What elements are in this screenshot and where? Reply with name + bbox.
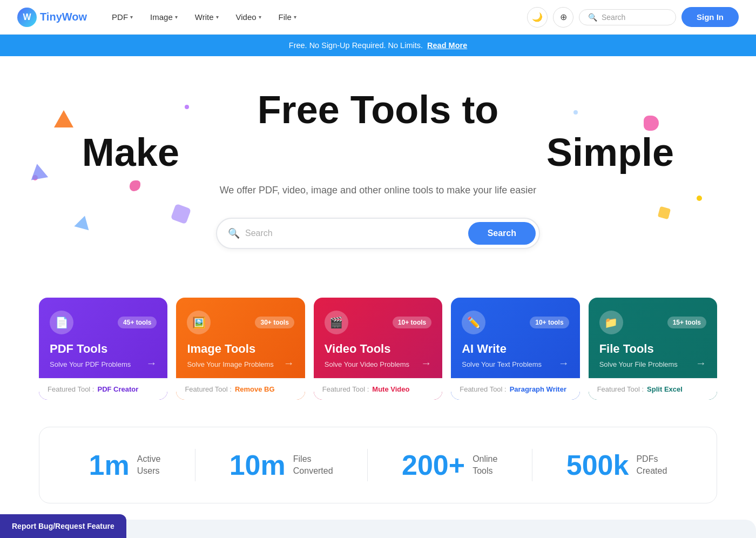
image-card-top: 🖼️ 30+ tools <box>187 311 294 334</box>
report-bug-button[interactable]: Report Bug/Request Feature <box>0 514 126 538</box>
ai-badge: 10+ tools <box>530 317 569 328</box>
pdf-icon: 📄 <box>50 311 73 334</box>
nav-actions: 🌙 ⊕ 🔍 Search Sign In <box>527 7 739 28</box>
video-card[interactable]: 🎬 10+ tools Video Tools Solve Your Video… <box>314 298 442 400</box>
ai-card[interactable]: ✏️ 10+ tools AI Write Solve Your Text Pr… <box>451 298 579 400</box>
hero-section: Free Tools to Make Simple We offer PDF, … <box>0 56 756 298</box>
stat-pdfs-label: PDFsCreated <box>636 453 667 478</box>
image-subtitle: Solve Your Image Problems <box>187 360 294 368</box>
pdf-subtitle: Solve Your PDF Problems <box>50 360 157 368</box>
ai-featured-label: Featured Tool : <box>460 385 506 393</box>
logo-icon: W <box>17 8 37 27</box>
video-featured-label: Featured Tool : <box>322 385 369 393</box>
image-badge: 30+ tools <box>255 317 294 328</box>
stat-divider-1 <box>195 449 195 481</box>
pdf-badge: 45+ tools <box>118 317 157 328</box>
video-arrow: → <box>421 357 431 369</box>
video-subtitle: Solve Your Video Problems <box>325 360 431 368</box>
ai-icon: ✏️ <box>462 311 485 334</box>
navbar: W TinyWow PDF▾ Image▾ Write▾ Video▾ File… <box>0 0 756 35</box>
video-featured-tool[interactable]: Mute Video <box>372 385 409 393</box>
pdf-arrow: → <box>146 357 157 369</box>
video-icon: 🎬 <box>325 311 348 334</box>
image-featured-tool[interactable]: Remove BG <box>235 385 275 393</box>
ai-title: AI Write <box>462 342 569 356</box>
pdf-card-top: 📄 45+ tools <box>50 311 157 334</box>
hero-title: Free Tools to Make Simple <box>43 89 713 174</box>
nav-write[interactable]: Write▾ <box>187 8 226 26</box>
hero-search-button[interactable]: Search <box>468 222 536 245</box>
file-featured-label: Featured Tool : <box>597 385 644 393</box>
image-icon: 🖼️ <box>187 311 211 334</box>
image-featured: Featured Tool : Remove BG <box>176 378 305 400</box>
pdf-title: PDF Tools <box>50 342 157 356</box>
video-featured: Featured Tool : Mute Video <box>314 378 442 400</box>
deco-yellow-dot <box>697 196 702 201</box>
nav-pdf[interactable]: PDF▾ <box>104 8 140 26</box>
file-card[interactable]: 📁 15+ tools File Tools Solve Your File P… <box>589 298 717 400</box>
nav-search-box[interactable]: 🔍 Search <box>579 9 676 25</box>
stat-pdfs-num: 500k <box>566 449 629 481</box>
pdf-featured-label: Featured Tool : <box>48 385 94 393</box>
stats-section: 1m ActiveUsers 10m FilesConverted 200+ O… <box>39 427 717 503</box>
stat-users-num: 1m <box>89 449 130 481</box>
video-badge: 10+ tools <box>393 317 431 328</box>
ai-subtitle: Solve Your Text Problems <box>462 360 569 368</box>
nav-search-icon: 🔍 <box>588 13 597 22</box>
video-title: Video Tools <box>325 342 431 356</box>
pdf-card[interactable]: 📄 45+ tools PDF Tools Solve Your PDF Pro… <box>39 298 167 400</box>
video-card-top: 🎬 10+ tools <box>325 311 431 334</box>
promo-banner: Free. No Sign-Up Required. No Limits. Re… <box>0 35 756 56</box>
dark-mode-toggle[interactable]: 🌙 <box>527 7 548 28</box>
sign-in-button[interactable]: Sign In <box>681 7 739 27</box>
file-icon: 📁 <box>599 311 623 334</box>
deco-pink-dot <box>32 175 38 180</box>
hero-search-icon: 🔍 <box>228 227 240 239</box>
hero-search-container: 🔍 Search <box>43 218 713 249</box>
pdf-featured: Featured Tool : PDF Creator <box>39 378 167 400</box>
banner-read-more[interactable]: Read More <box>427 41 467 50</box>
stat-files-num: 10m <box>230 449 286 481</box>
nav-image[interactable]: Image▾ <box>143 8 185 26</box>
stat-files: 10m FilesConverted <box>230 449 333 481</box>
file-card-top: 📁 15+ tools <box>599 311 706 334</box>
stat-tools: 200+ OnlineTools <box>402 449 497 481</box>
nav-search-placeholder: Search <box>602 13 625 22</box>
image-card[interactable]: 🖼️ 30+ tools Image Tools Solve Your Imag… <box>176 298 305 400</box>
file-title: File Tools <box>599 342 706 356</box>
ai-featured-tool[interactable]: Paragraph Writer <box>510 385 566 393</box>
stat-divider-2 <box>367 449 368 481</box>
pdf-featured-tool[interactable]: PDF Creator <box>97 385 138 393</box>
image-arrow: → <box>284 357 294 369</box>
image-title: Image Tools <box>187 342 294 356</box>
file-subtitle: Solve Your File Problems <box>599 360 706 368</box>
hero-search-bar: 🔍 Search <box>216 218 540 249</box>
file-badge: 15+ tools <box>667 317 706 328</box>
image-featured-label: Featured Tool : <box>185 385 231 393</box>
banner-text: Free. No Sign-Up Required. No Limits. <box>289 41 423 50</box>
stat-users-label: ActiveUsers <box>137 453 161 478</box>
stat-pdfs: 500k PDFsCreated <box>566 449 667 481</box>
stat-tools-num: 200+ <box>402 449 465 481</box>
nav-video[interactable]: Video▾ <box>228 8 269 26</box>
ai-featured: Featured Tool : Paragraph Writer <box>451 378 579 400</box>
hero-search-input[interactable] <box>245 228 468 238</box>
nav-links: PDF▾ Image▾ Write▾ Video▾ File▾ <box>104 8 527 26</box>
file-featured-tool[interactable]: Split Excel <box>647 385 683 393</box>
stat-users: 1m ActiveUsers <box>89 449 161 481</box>
file-featured: Featured Tool : Split Excel <box>589 378 717 400</box>
file-arrow: → <box>696 357 706 369</box>
logo[interactable]: W TinyWow <box>17 8 87 27</box>
stat-divider-3 <box>532 449 532 481</box>
ai-arrow: → <box>558 357 569 369</box>
nav-file[interactable]: File▾ <box>271 8 304 26</box>
stat-tools-label: OnlineTools <box>473 453 497 478</box>
ai-card-top: ✏️ 10+ tools <box>462 311 569 334</box>
hero-subtitle: We offer PDF, video, image and other onl… <box>43 185 713 196</box>
share-button[interactable]: ⊕ <box>553 7 573 28</box>
tool-cards-section: 📄 45+ tools PDF Tools Solve Your PDF Pro… <box>0 298 756 411</box>
cards-row: 📄 45+ tools PDF Tools Solve Your PDF Pro… <box>39 298 717 400</box>
logo-text: TinyWow <box>40 11 87 23</box>
stat-files-label: FilesConverted <box>293 453 333 478</box>
